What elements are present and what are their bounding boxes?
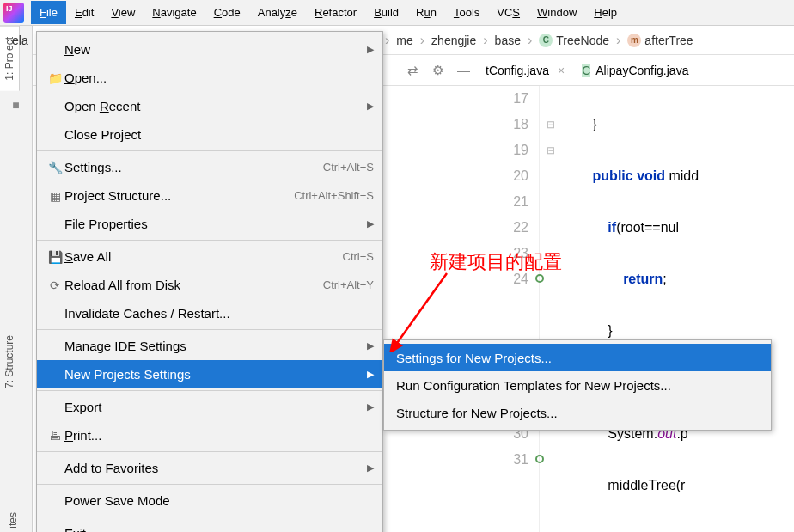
wrench-icon: 🔧: [46, 161, 64, 174]
menu-settings[interactable]: 🔧Settings...Ctrl+Alt+S: [37, 153, 382, 181]
main-menubar: File Edit View Navigate Code Analyze Ref…: [0, 0, 794, 26]
menu-save-all[interactable]: 💾Save AllCtrl+S: [37, 242, 382, 271]
menu-exit[interactable]: Exit: [37, 519, 382, 532]
left-tool-gutter: 1: Project ■ 7: Structure ites: [0, 26, 33, 532]
submenu-run-config-templates[interactable]: Run Configuration Templates for New Proj…: [384, 371, 771, 399]
menu-manage-ide[interactable]: Manage IDE Settings▶: [37, 332, 382, 360]
new-projects-settings-submenu: Settings for New Projects... Run Configu…: [383, 339, 772, 431]
folder-open-icon: 📁: [46, 71, 64, 85]
menu-edit[interactable]: Edit: [66, 1, 102, 24]
file-menu-dropdown: New▶ 📁Open... Open Recent▶ Close Project…: [36, 31, 383, 532]
menu-help[interactable]: Help: [585, 1, 626, 24]
menu-power-save[interactable]: Power Save Mode: [37, 486, 382, 515]
class-icon: C: [582, 64, 590, 77]
submenu-settings-new-projects[interactable]: Settings for New Projects...: [384, 344, 771, 371]
run-mark-icon[interactable]: [535, 274, 544, 283]
breadcrumb-item[interactable]: base: [490, 34, 526, 47]
ide-logo-icon: [3, 3, 24, 23]
save-icon: 💾: [46, 250, 64, 264]
menu-window[interactable]: Window: [528, 1, 585, 24]
menu-build[interactable]: Build: [365, 1, 407, 24]
menu-open-recent[interactable]: Open Recent▶: [37, 92, 382, 120]
reload-icon: ⟳: [46, 278, 64, 292]
menu-close-project[interactable]: Close Project: [37, 120, 382, 149]
menu-file-properties[interactable]: File Properties▶: [37, 210, 382, 238]
close-icon[interactable]: ×: [558, 64, 565, 77]
breadcrumb-item[interactable]: me: [391, 34, 418, 47]
submenu-structure-new-projects[interactable]: Structure for New Projects...: [384, 399, 771, 426]
gear-icon[interactable]: ⚙: [425, 59, 450, 82]
menu-open[interactable]: 📁Open...: [37, 64, 382, 92]
folder-icon: ■: [0, 91, 32, 119]
menu-refactor[interactable]: Refactor: [306, 1, 365, 24]
tool-stub-tab[interactable]: ites: [7, 512, 19, 529]
pin-icon[interactable]: ⇄: [400, 59, 425, 82]
menu-navigate[interactable]: Navigate: [144, 1, 205, 24]
menu-export[interactable]: Export▶: [37, 393, 382, 421]
chevron-right-icon: ›: [616, 33, 620, 48]
menu-view[interactable]: View: [102, 1, 144, 24]
tool-structure-tab[interactable]: 7: Structure: [0, 325, 19, 399]
print-icon: 🖶: [46, 429, 64, 443]
chevron-right-icon: ›: [528, 33, 532, 48]
class-icon: C: [539, 34, 553, 47]
menu-vcs[interactable]: VCS: [488, 1, 528, 24]
menu-code[interactable]: Code: [205, 1, 249, 24]
file-tab[interactable]: tConfig.java ×: [477, 58, 573, 83]
chevron-right-icon: ›: [483, 33, 487, 48]
menu-reload[interactable]: ⟳Reload All from DiskCtrl+Alt+Y: [37, 271, 382, 299]
breadcrumb-stub: ela: [12, 34, 28, 47]
chevron-right-icon: ›: [385, 33, 389, 48]
breadcrumb-item[interactable]: zhengjie: [426, 34, 481, 47]
menu-analyze[interactable]: Analyze: [249, 1, 306, 24]
breadcrumb-method[interactable]: m afterTree: [622, 34, 698, 47]
file-tab[interactable]: C AlipayConfig.java: [573, 58, 697, 83]
structure-icon: ▦: [46, 189, 64, 203]
menu-favorites[interactable]: Add to Favorites▶: [37, 454, 382, 482]
line-number-gutter: 17181920 212223 24 282930 31: [497, 86, 540, 532]
chevron-right-icon: ›: [420, 33, 424, 48]
code-content[interactable]: } public void midd if(root==nul return; …: [562, 86, 794, 532]
menu-tools[interactable]: Tools: [445, 1, 488, 24]
collapse-icon[interactable]: —: [450, 59, 477, 81]
menu-project-structure[interactable]: ▦Project Structure...Ctrl+Alt+Shift+S: [37, 181, 382, 210]
menu-invalidate[interactable]: Invalidate Caches / Restart...: [37, 299, 382, 327]
run-mark-icon[interactable]: [535, 455, 544, 463]
menu-print[interactable]: 🖶Print...: [37, 421, 382, 449]
breadcrumb-class[interactable]: C TreeNode: [534, 34, 614, 47]
fold-gutter: ⊟⊟ ⊟: [540, 86, 562, 532]
method-icon: m: [627, 34, 641, 47]
menu-new[interactable]: New▶: [37, 35, 382, 64]
menu-file[interactable]: File: [31, 1, 66, 24]
menu-new-projects-settings[interactable]: New Projects Settings▶: [37, 360, 382, 388]
menu-run[interactable]: Run: [407, 1, 445, 24]
